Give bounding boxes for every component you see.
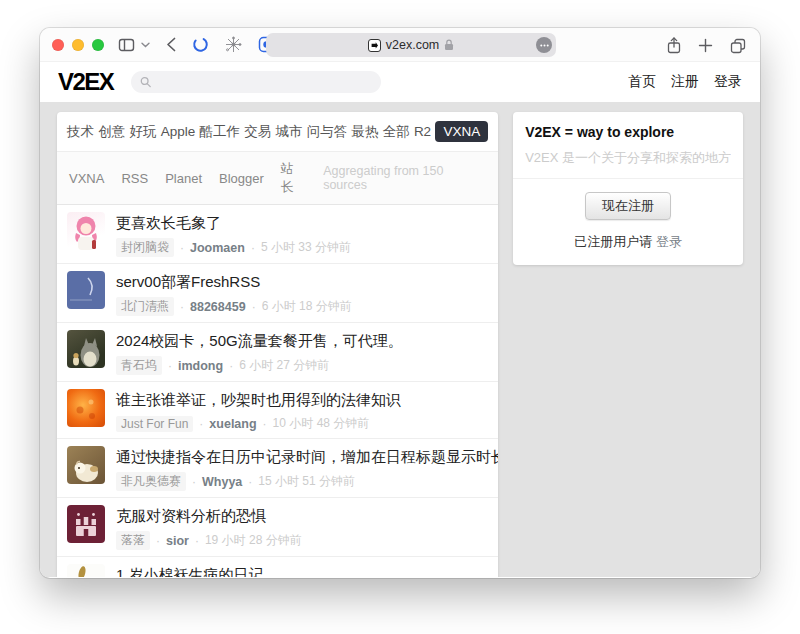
- post-title-link[interactable]: 1 岁小棉袄生病的日记: [116, 566, 369, 577]
- post-time: 6 小时 27 分钟前: [239, 357, 329, 374]
- avatar[interactable]: [67, 271, 105, 309]
- share-button[interactable]: [667, 37, 681, 54]
- avatar[interactable]: [67, 389, 105, 427]
- post-row: 谁主张谁举证，吵架时也用得到的法律知识 Just For Fun · xuela…: [57, 382, 498, 439]
- header-link-register[interactable]: 注册: [671, 73, 699, 91]
- meta-dot: ·: [195, 534, 199, 548]
- address-text: v2ex.com: [386, 38, 440, 52]
- author-link[interactable]: sior: [166, 534, 189, 548]
- post-row: 1 岁小棉袄生病的日记 沉舟侧畔 · naminokoe · 20 小时 18 …: [57, 557, 498, 577]
- site-favicon-icon: [368, 39, 381, 52]
- site-description: V2EX 是一个关于分享和探索的地方: [525, 149, 731, 167]
- nav-tab-play[interactable]: 好玩: [129, 123, 156, 141]
- close-window-button[interactable]: [52, 39, 64, 51]
- back-button[interactable]: [166, 37, 176, 52]
- avatar[interactable]: [67, 330, 105, 368]
- minimize-window-button[interactable]: [72, 39, 84, 51]
- site-logo[interactable]: V2EX: [58, 68, 113, 96]
- nav-tab-deals[interactable]: 交易: [244, 123, 271, 141]
- meta-dot: ·: [168, 359, 172, 373]
- author-link[interactable]: 88268459: [190, 300, 246, 314]
- web-extension-icon[interactable]: [225, 36, 242, 53]
- tab-overview-button[interactable]: [730, 37, 746, 54]
- post-title-link[interactable]: 通过快捷指令在日历中记录时间，增加在日程标题显示时长: [116, 448, 488, 467]
- nav-tab-hot[interactable]: 最热: [351, 123, 378, 141]
- site-header: V2EX 首页 注册 登录: [40, 62, 760, 102]
- nav-tab-jobs[interactable]: 酷工作: [199, 123, 240, 141]
- sub-tab-webmaster[interactable]: 站长: [281, 160, 306, 196]
- avatar[interactable]: [67, 446, 105, 484]
- post-title-link[interactable]: serv00部署FreshRSS: [116, 273, 352, 292]
- post-time: 10 小时 48 分钟前: [273, 415, 370, 432]
- meta-dot: ·: [156, 534, 160, 548]
- nav-tab-r2[interactable]: R2: [414, 124, 431, 139]
- post-meta: 青石坞 · imdong · 6 小时 27 分钟前: [116, 356, 403, 375]
- header-links: 首页 注册 登录: [628, 73, 742, 91]
- author-link[interactable]: xuelang: [209, 417, 256, 431]
- nav-tab-tech[interactable]: 技术: [67, 123, 94, 141]
- avatar-art-hamster: [67, 446, 105, 484]
- node-tag[interactable]: 青石坞: [116, 356, 162, 375]
- meta-dot: ·: [251, 241, 255, 255]
- content-area: 技术 创意 好玩 Apple 酷工作 交易 城市 问与答 最热 全部 R2 VX…: [40, 102, 760, 577]
- chevron-down-icon[interactable]: [141, 42, 150, 48]
- browser-toolbar: v2ex.com: [40, 28, 760, 62]
- post-meta: Just For Fun · xuelang · 10 小时 48 分钟前: [116, 415, 401, 432]
- node-tag[interactable]: 封闭脑袋: [116, 238, 174, 257]
- search-input[interactable]: [157, 75, 373, 90]
- nav-tab-city[interactable]: 城市: [275, 123, 302, 141]
- page-body: V2EX 首页 注册 登录 技术 创意 好玩 Apple 酷工作 交: [40, 62, 760, 577]
- node-tag[interactable]: Just For Fun: [116, 416, 193, 432]
- login-line: 已注册用户请 登录: [525, 233, 731, 251]
- toolbar-left-icons: [118, 36, 275, 53]
- search-icon: [140, 76, 151, 88]
- avatar[interactable]: [67, 564, 105, 577]
- node-tag[interactable]: 北门清燕: [116, 297, 174, 316]
- post-meta: 落落 · sior · 19 小时 28 分钟前: [116, 531, 302, 550]
- zoom-window-button[interactable]: [92, 39, 104, 51]
- header-link-login[interactable]: 登录: [714, 73, 742, 91]
- node-tag[interactable]: 非凡奥德赛: [116, 472, 186, 491]
- header-link-home[interactable]: 首页: [628, 73, 656, 91]
- nav-tab-qna[interactable]: 问与答: [307, 123, 348, 141]
- post-row: 2024校园卡，50G流量套餐开售，可代理。 青石坞 · imdong · 6 …: [57, 323, 498, 382]
- meta-dot: ·: [263, 417, 267, 431]
- lock-icon: [444, 39, 454, 51]
- nav-tab-vxna-active[interactable]: VXNA: [435, 121, 488, 142]
- intro-box-body: 现在注册 已注册用户请 登录: [513, 179, 743, 265]
- post-title-link[interactable]: 2024校园卡，50G流量套餐开售，可代理。: [116, 332, 403, 351]
- post-title-link[interactable]: 谁主张谁举证，吵架时也用得到的法律知识: [116, 391, 401, 410]
- post-time: 5 小时 33 分钟前: [261, 239, 351, 256]
- nav-tab-apple[interactable]: Apple: [161, 124, 196, 139]
- address-bar[interactable]: v2ex.com: [266, 33, 556, 57]
- more-options-button[interactable]: [536, 37, 552, 53]
- avatar-art-moon-curve: [67, 271, 105, 309]
- avatar-art-totoro: [67, 330, 105, 368]
- nav-tab-creative[interactable]: 创意: [98, 123, 125, 141]
- site-search-box[interactable]: [131, 71, 381, 93]
- author-link[interactable]: Whyya: [202, 475, 242, 489]
- login-link[interactable]: 登录: [656, 234, 682, 249]
- browser-window: v2ex.com V2EX: [40, 28, 760, 578]
- sidebar-toggle-button[interactable]: [118, 37, 135, 53]
- post-meta: 非凡奥德赛 · Whyya · 15 小时 51 分钟前: [116, 472, 488, 491]
- author-link[interactable]: imdong: [178, 359, 223, 373]
- node-tag[interactable]: 落落: [116, 531, 150, 550]
- meta-dot: ·: [199, 417, 203, 431]
- sub-tab-planet[interactable]: Planet: [165, 171, 202, 186]
- author-link[interactable]: Joomaen: [190, 241, 245, 255]
- avatar[interactable]: [67, 212, 105, 250]
- avatar[interactable]: [67, 505, 105, 543]
- sub-tab-rss[interactable]: RSS: [121, 171, 148, 186]
- nav-tab-all[interactable]: 全部: [383, 123, 410, 141]
- page-loading-spinner-icon[interactable]: [192, 36, 209, 53]
- sub-tab-vxna[interactable]: VXNA: [69, 171, 104, 186]
- avatar-art-rabbit: [67, 564, 105, 577]
- register-now-button[interactable]: 现在注册: [585, 192, 671, 220]
- sub-tab-blogger[interactable]: Blogger: [219, 171, 264, 186]
- new-tab-button[interactable]: [698, 37, 713, 54]
- avatar-art-sun: [67, 389, 105, 427]
- post-title-link[interactable]: 更喜欢长毛象了: [116, 214, 351, 233]
- post-title-link[interactable]: 克服对资料分析的恐惧: [116, 507, 302, 526]
- post-meta: 北门清燕 · 88268459 · 6 小时 18 分钟前: [116, 297, 352, 316]
